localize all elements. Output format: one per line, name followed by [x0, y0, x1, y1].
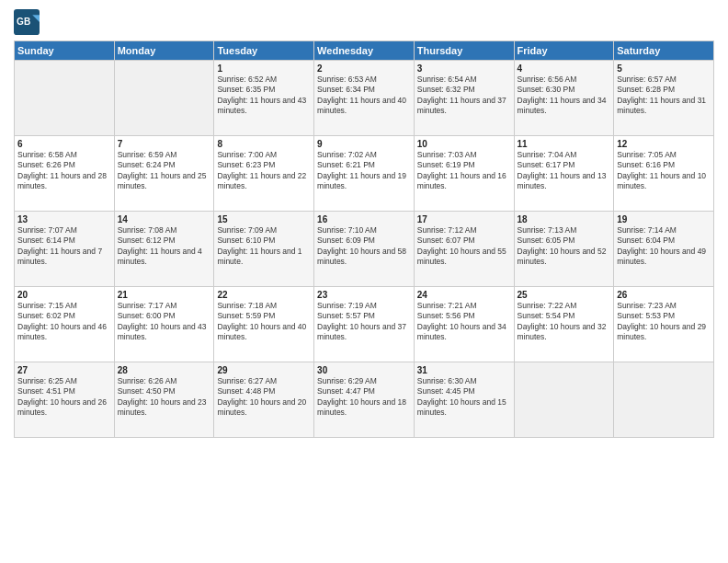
day-number: 18 [518, 214, 611, 224]
weekday-header-friday: Friday [514, 41, 614, 61]
calendar-cell: 18Sunrise: 7:13 AMSunset: 6:05 PMDayligh… [514, 212, 614, 287]
day-number: 11 [518, 139, 611, 149]
day-number: 4 [518, 63, 611, 74]
calendar-cell: 5Sunrise: 6:57 AMSunset: 6:28 PMDaylight… [614, 61, 714, 136]
calendar-cell: 7Sunrise: 6:59 AMSunset: 6:24 PMDaylight… [114, 136, 214, 212]
calendar-cell: 29Sunrise: 6:27 AMSunset: 4:48 PMDayligh… [214, 362, 314, 438]
calendar-cell [114, 61, 214, 136]
svg-text:GB: GB [17, 17, 30, 27]
day-number: 22 [217, 290, 311, 300]
day-info: Sunrise: 6:56 AMSunset: 6:30 PMDaylight:… [518, 75, 611, 117]
day-info: Sunrise: 7:08 AMSunset: 6:12 PMDaylight:… [118, 225, 211, 268]
day-info: Sunrise: 7:12 AMSunset: 6:07 PMDaylight:… [417, 225, 511, 268]
calendar-cell: 19Sunrise: 7:14 AMSunset: 6:04 PMDayligh… [614, 212, 714, 287]
calendar-cell: 14Sunrise: 7:08 AMSunset: 6:12 PMDayligh… [114, 212, 214, 287]
calendar-table: SundayMondayTuesdayWednesdayThursdayFrid… [14, 40, 714, 438]
header: GB [14, 9, 714, 35]
day-info: Sunrise: 7:17 AMSunset: 6:00 PMDaylight:… [118, 301, 211, 343]
day-info: Sunrise: 6:27 AMSunset: 4:48 PMDaylight:… [217, 376, 311, 419]
day-info: Sunrise: 7:04 AMSunset: 6:17 PMDaylight:… [518, 150, 611, 192]
calendar-cell: 26Sunrise: 7:23 AMSunset: 5:53 PMDayligh… [614, 287, 714, 362]
day-info: Sunrise: 7:22 AMSunset: 5:54 PMDaylight:… [518, 301, 611, 343]
calendar-cell [614, 362, 714, 438]
weekday-header-wednesday: Wednesday [314, 41, 415, 61]
day-info: Sunrise: 7:02 AMSunset: 6:21 PMDaylight:… [317, 150, 411, 192]
day-info: Sunrise: 7:07 AMSunset: 6:14 PMDaylight:… [17, 225, 111, 268]
calendar-cell: 9Sunrise: 7:02 AMSunset: 6:21 PMDaylight… [314, 136, 415, 212]
day-info: Sunrise: 7:10 AMSunset: 6:09 PMDaylight:… [317, 225, 411, 268]
week-row-2: 6Sunrise: 6:58 AMSunset: 6:26 PMDaylight… [15, 136, 714, 212]
day-number: 19 [617, 214, 711, 224]
day-number: 26 [617, 290, 711, 300]
day-info: Sunrise: 7:23 AMSunset: 5:53 PMDaylight:… [617, 301, 711, 343]
day-number: 3 [417, 63, 511, 74]
day-number: 27 [17, 365, 111, 375]
day-info: Sunrise: 7:00 AMSunset: 6:23 PMDaylight:… [217, 150, 311, 192]
calendar-cell: 24Sunrise: 7:21 AMSunset: 5:56 PMDayligh… [414, 287, 514, 362]
calendar-cell: 10Sunrise: 7:03 AMSunset: 6:19 PMDayligh… [414, 136, 514, 212]
day-number: 24 [417, 290, 511, 300]
day-number: 1 [217, 63, 311, 74]
day-info: Sunrise: 7:21 AMSunset: 5:56 PMDaylight:… [417, 301, 511, 343]
calendar-cell: 4Sunrise: 6:56 AMSunset: 6:30 PMDaylight… [514, 61, 614, 136]
day-number: 5 [617, 63, 711, 74]
calendar-page: GB SundayMondayTuesdayWednesdayThursdayF… [0, 0, 728, 563]
calendar-cell: 15Sunrise: 7:09 AMSunset: 6:10 PMDayligh… [214, 212, 314, 287]
day-info: Sunrise: 7:18 AMSunset: 5:59 PMDaylight:… [217, 301, 311, 343]
calendar-cell: 23Sunrise: 7:19 AMSunset: 5:57 PMDayligh… [314, 287, 415, 362]
day-info: Sunrise: 6:57 AMSunset: 6:28 PMDaylight:… [617, 75, 711, 117]
day-number: 2 [317, 63, 411, 74]
day-number: 29 [217, 365, 311, 375]
calendar-cell [15, 61, 115, 136]
week-row-4: 20Sunrise: 7:15 AMSunset: 6:02 PMDayligh… [15, 287, 714, 362]
day-number: 13 [17, 214, 111, 224]
weekday-header-tuesday: Tuesday [214, 41, 314, 61]
day-number: 10 [417, 139, 511, 149]
weekday-header-saturday: Saturday [614, 41, 714, 61]
day-info: Sunrise: 7:15 AMSunset: 6:02 PMDaylight:… [17, 301, 111, 343]
weekday-header-monday: Monday [114, 41, 214, 61]
week-row-1: 1Sunrise: 6:52 AMSunset: 6:35 PMDaylight… [15, 61, 714, 136]
day-info: Sunrise: 7:14 AMSunset: 6:04 PMDaylight:… [617, 225, 711, 268]
calendar-cell [514, 362, 614, 438]
day-info: Sunrise: 6:52 AMSunset: 6:35 PMDaylight:… [217, 75, 311, 117]
day-number: 8 [217, 139, 311, 149]
calendar-cell: 16Sunrise: 7:10 AMSunset: 6:09 PMDayligh… [314, 212, 415, 287]
calendar-cell: 31Sunrise: 6:30 AMSunset: 4:45 PMDayligh… [414, 362, 514, 438]
calendar-cell: 28Sunrise: 6:26 AMSunset: 4:50 PMDayligh… [114, 362, 214, 438]
day-number: 17 [417, 214, 511, 224]
day-number: 30 [317, 365, 411, 375]
day-info: Sunrise: 6:29 AMSunset: 4:47 PMDaylight:… [317, 376, 411, 419]
weekday-header-thursday: Thursday [414, 41, 514, 61]
calendar-cell: 11Sunrise: 7:04 AMSunset: 6:17 PMDayligh… [514, 136, 614, 212]
calendar-cell: 22Sunrise: 7:18 AMSunset: 5:59 PMDayligh… [214, 287, 314, 362]
day-info: Sunrise: 6:58 AMSunset: 6:26 PMDaylight:… [17, 150, 111, 192]
calendar-cell: 21Sunrise: 7:17 AMSunset: 6:00 PMDayligh… [114, 287, 214, 362]
day-info: Sunrise: 6:26 AMSunset: 4:50 PMDaylight:… [118, 376, 211, 419]
logo: GB [14, 9, 41, 35]
day-number: 9 [317, 139, 411, 149]
calendar-cell: 1Sunrise: 6:52 AMSunset: 6:35 PMDaylight… [214, 61, 314, 136]
day-info: Sunrise: 6:54 AMSunset: 6:32 PMDaylight:… [417, 75, 511, 117]
day-info: Sunrise: 7:13 AMSunset: 6:05 PMDaylight:… [518, 225, 611, 268]
day-number: 23 [317, 290, 411, 300]
day-info: Sunrise: 6:25 AMSunset: 4:51 PMDaylight:… [17, 376, 111, 419]
calendar-cell: 13Sunrise: 7:07 AMSunset: 6:14 PMDayligh… [15, 212, 115, 287]
calendar-cell: 25Sunrise: 7:22 AMSunset: 5:54 PMDayligh… [514, 287, 614, 362]
day-number: 15 [217, 214, 311, 224]
week-row-3: 13Sunrise: 7:07 AMSunset: 6:14 PMDayligh… [15, 212, 714, 287]
day-number: 20 [17, 290, 111, 300]
day-info: Sunrise: 6:53 AMSunset: 6:34 PMDaylight:… [317, 75, 411, 117]
calendar-cell: 6Sunrise: 6:58 AMSunset: 6:26 PMDaylight… [15, 136, 115, 212]
calendar-cell: 17Sunrise: 7:12 AMSunset: 6:07 PMDayligh… [414, 212, 514, 287]
calendar-cell: 12Sunrise: 7:05 AMSunset: 6:16 PMDayligh… [614, 136, 714, 212]
calendar-cell: 3Sunrise: 6:54 AMSunset: 6:32 PMDaylight… [414, 61, 514, 136]
calendar-cell: 30Sunrise: 6:29 AMSunset: 4:47 PMDayligh… [314, 362, 415, 438]
day-number: 25 [518, 290, 611, 300]
weekday-header-sunday: Sunday [15, 41, 115, 61]
day-info: Sunrise: 6:30 AMSunset: 4:45 PMDaylight:… [417, 376, 511, 419]
weekday-header-row: SundayMondayTuesdayWednesdayThursdayFrid… [15, 41, 714, 61]
day-number: 16 [317, 214, 411, 224]
calendar-cell: 2Sunrise: 6:53 AMSunset: 6:34 PMDaylight… [314, 61, 415, 136]
day-info: Sunrise: 6:59 AMSunset: 6:24 PMDaylight:… [118, 150, 211, 192]
